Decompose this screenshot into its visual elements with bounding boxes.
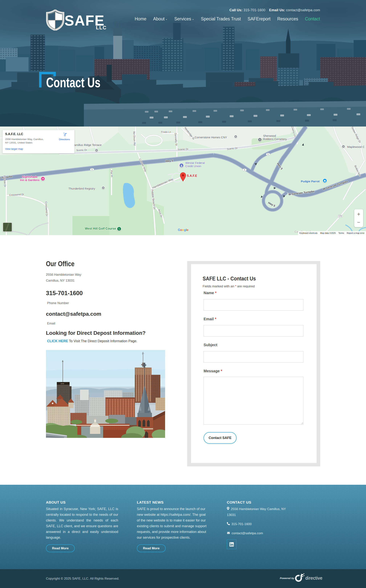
svg-text:1948: 1948 xyxy=(61,383,64,385)
svg-text:Powered by: Powered by xyxy=(280,577,295,580)
svg-text:directive: directive xyxy=(305,576,322,581)
